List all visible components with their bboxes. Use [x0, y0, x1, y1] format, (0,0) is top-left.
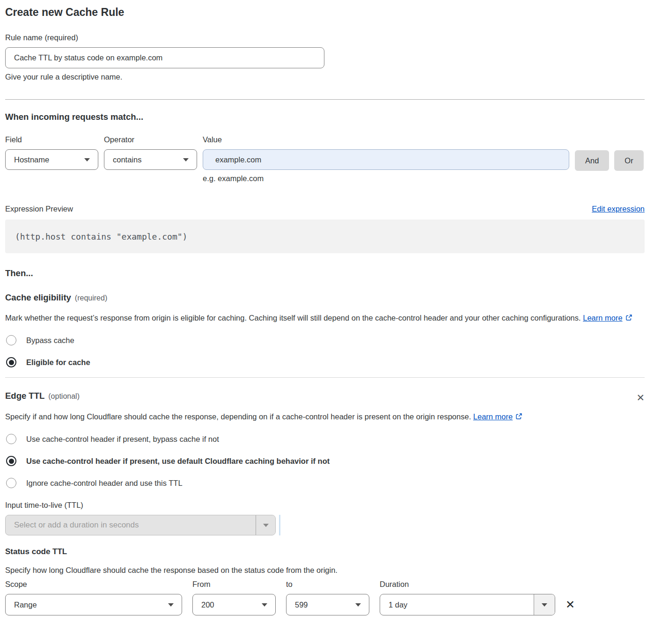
radio-option-label: Eligible for cache: [26, 358, 90, 367]
radio-unselected-icon[interactable]: [6, 478, 16, 488]
rule-name-label: Rule name (required): [5, 33, 645, 42]
status-code-ttl-description: Specify how long Cloudflare should cache…: [5, 566, 645, 575]
external-link-icon: [625, 312, 632, 325]
to-column: to 599: [286, 580, 369, 615]
edge-ttl-description-text: Specify if and how long Cloudflare shoul…: [5, 412, 471, 421]
section-divider-top: [5, 99, 645, 100]
operator-label: Operator: [104, 135, 197, 144]
status-code-ttl-row: Scope Range From 200 to 599 Duration 1 d…: [5, 580, 645, 615]
expression-preview-label: Expression Preview: [5, 205, 73, 213]
from-label: From: [192, 580, 276, 589]
value-label: Value: [203, 135, 569, 144]
cache-eligibility-description-text: Mark whether the request’s response from…: [5, 314, 581, 322]
ttl-dropdown-button[interactable]: [256, 515, 275, 535]
radio-option-cc-default[interactable]: Use cache-control header if present, use…: [5, 456, 645, 466]
learn-more-link[interactable]: Learn more: [473, 412, 513, 421]
radio-option-eligible-for-cache[interactable]: Eligible for cache: [5, 357, 645, 367]
duration-select[interactable]: 1 day: [380, 594, 555, 615]
ttl-duration-select[interactable]: Select or add a duration in seconds: [5, 515, 276, 535]
cache-eligibility-description: Mark whether the request’s response from…: [5, 311, 637, 325]
match-heading: When incoming requests match...: [5, 112, 645, 122]
from-column: From 200: [192, 580, 276, 615]
expression-code: (http.host contains "example.com"): [15, 232, 187, 242]
chevron-down-icon: [183, 158, 189, 161]
to-select[interactable]: 599: [286, 594, 369, 615]
from-select[interactable]: 200: [192, 594, 276, 615]
chevron-down-icon: [355, 603, 361, 607]
scope-select[interactable]: Range: [5, 594, 182, 615]
duration-column: Duration 1 day: [380, 580, 555, 615]
chevron-down-icon: [542, 603, 547, 607]
radio-option-label: Bypass cache: [26, 336, 74, 345]
duration-select-value: 1 day: [380, 594, 534, 615]
ttl-duration-placeholder: Select or add a duration in seconds: [6, 515, 256, 535]
radio-option-label: Use cache-control header if present, byp…: [26, 435, 219, 444]
chevron-down-icon: [168, 603, 174, 607]
ttl-input-label: Input time-to-live (TTL): [5, 501, 645, 510]
radio-selected-icon[interactable]: [6, 357, 16, 367]
close-icon[interactable]: ✕: [636, 393, 645, 402]
match-row: Field Hostname Operator contains Value e…: [5, 135, 645, 183]
radio-option-bypass-cache[interactable]: Bypass cache: [5, 335, 645, 345]
ttl-input-group: Input time-to-live (TTL) Select or add a…: [5, 501, 645, 535]
field-select-value: Hostname: [14, 155, 49, 164]
radio-selected-icon[interactable]: [6, 456, 16, 466]
create-cache-rule-form: Create new Cache Rule Rule name (require…: [0, 0, 661, 615]
radio-option-label: Ignore cache-control header and use this…: [26, 479, 183, 488]
edge-ttl-heading-group: Edge TTL (optional): [5, 391, 80, 401]
duration-dropdown-button[interactable]: [534, 594, 555, 615]
optional-note: (optional): [48, 392, 80, 401]
remove-row-icon[interactable]: ✕: [566, 599, 575, 610]
value-help: e.g. example.com: [203, 174, 569, 183]
and-button[interactable]: And: [575, 150, 609, 171]
page-title: Create new Cache Rule: [5, 6, 645, 19]
duration-label: Duration: [380, 580, 555, 589]
edge-ttl-header: Edge TTL (optional) ✕: [5, 391, 645, 402]
scope-column: Scope Range: [5, 580, 182, 615]
edge-ttl-heading: Edge TTL: [5, 391, 44, 401]
scope-label: Scope: [5, 580, 182, 589]
value-input[interactable]: [203, 149, 569, 170]
from-select-value: 200: [201, 600, 214, 609]
expression-header: Expression Preview Edit expression: [5, 205, 645, 213]
radio-option-cc-bypass[interactable]: Use cache-control header if present, byp…: [5, 434, 645, 444]
edge-ttl-description: Specify if and how long Cloudflare shoul…: [5, 410, 529, 424]
chevron-down-icon: [262, 603, 267, 607]
radio-option-label: Use cache-control header if present, use…: [26, 457, 330, 466]
learn-more-link[interactable]: Learn more: [583, 314, 622, 322]
field-select[interactable]: Hostname: [5, 149, 98, 170]
cache-eligibility-header: Cache eligibility (required): [5, 293, 645, 303]
rule-name-input[interactable]: [5, 47, 324, 68]
section-divider-edge-ttl: [5, 377, 645, 378]
scope-select-value: Range: [14, 600, 37, 609]
edit-expression-link[interactable]: Edit expression: [592, 205, 645, 213]
operator-column: Operator contains: [104, 135, 197, 170]
to-label: to: [286, 580, 369, 589]
value-column: Value e.g. example.com: [203, 135, 569, 183]
cache-eligibility-heading: Cache eligibility: [5, 293, 71, 303]
chevron-down-icon: [84, 158, 90, 161]
rule-name-group: Rule name (required) Give your rule a de…: [5, 33, 645, 81]
radio-unselected-icon[interactable]: [6, 434, 16, 444]
operator-select[interactable]: contains: [104, 149, 197, 170]
operator-select-value: contains: [113, 155, 141, 164]
chevron-down-icon: [263, 524, 269, 527]
external-link-icon: [515, 410, 522, 424]
rule-name-help: Give your rule a descriptive name.: [5, 73, 645, 81]
radio-option-ignore-cc[interactable]: Ignore cache-control header and use this…: [5, 478, 645, 488]
status-code-ttl-heading: Status code TTL: [5, 547, 645, 556]
or-button[interactable]: Or: [614, 150, 643, 171]
expression-preview-box: (http.host contains "example.com"): [5, 220, 645, 253]
ttl-select-wrap: Select or add a duration in seconds: [5, 515, 645, 535]
then-heading: Then...: [5, 268, 645, 278]
ttl-input-divider: [279, 515, 280, 535]
field-label: Field: [5, 135, 98, 144]
field-column: Field Hostname: [5, 135, 98, 170]
radio-unselected-icon[interactable]: [6, 335, 16, 345]
to-select-value: 599: [295, 600, 308, 609]
required-note: (required): [75, 294, 107, 302]
